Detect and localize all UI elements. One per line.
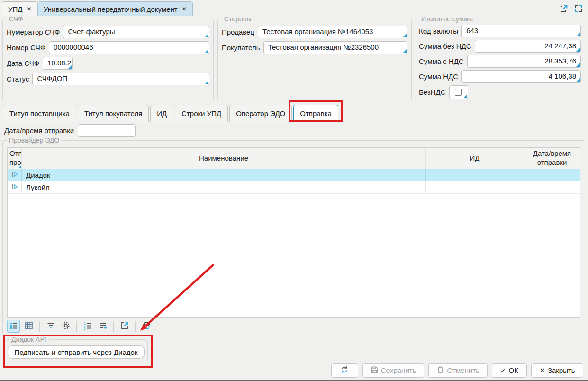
table-toolbar: 1 2 3 xyxy=(7,319,153,333)
close-icon: ✕ xyxy=(539,367,545,374)
toolbar-separator xyxy=(113,321,114,332)
toolbar-separator xyxy=(76,321,77,332)
sum-with-vat-field[interactable]: 28 353,76 xyxy=(467,55,581,68)
window-tab-label: Универсальный передаточный документ xyxy=(44,5,178,13)
field-label: БезНДС xyxy=(419,88,446,96)
list-view-button[interactable] xyxy=(7,320,20,333)
group-legend: Диадок API xyxy=(9,335,49,344)
group-legend: Итоговые суммы xyxy=(419,15,475,23)
add-row-button[interactable] xyxy=(96,320,109,333)
sum-no-vat-field[interactable]: 24 247,38 xyxy=(475,40,581,53)
toolbar-separator xyxy=(135,321,136,332)
field-label: Сумма НДС xyxy=(419,73,458,81)
ok-button[interactable]: ✓ ОК xyxy=(492,363,527,378)
list-view-icon xyxy=(9,321,18,332)
table-row-diadok[interactable]: Диадок xyxy=(8,169,580,181)
send-datetime-row: Дата/время отправки xyxy=(4,124,136,137)
field-label: Продавец xyxy=(222,28,254,36)
window-tab-label: УПД xyxy=(8,5,22,13)
close-icon[interactable]: ✕ xyxy=(182,6,187,12)
currency-code-field[interactable]: 643 xyxy=(461,25,581,37)
window-tabbar: УПД ✕ Универсальный передаточный докумен… xyxy=(0,0,588,16)
doc-tabbar: Титул поставщика Титул покупателя ИД Стр… xyxy=(3,105,338,122)
group-totals: Итоговые суммы Код валюты 643 Сумма без … xyxy=(415,19,585,100)
column-header-send-provider[interactable]: Отпр пров xyxy=(8,148,22,169)
status-field[interactable]: СЧФДОП xyxy=(32,73,209,85)
open-in-window-icon[interactable] xyxy=(559,3,569,14)
send-datetime-field[interactable] xyxy=(78,124,136,137)
tab-stroki-upd[interactable]: Строки УПД xyxy=(175,105,228,122)
resend-button[interactable] xyxy=(140,320,153,333)
save-button[interactable]: Сохранить xyxy=(362,363,425,378)
group-legend: Провайдер ЭДО xyxy=(7,136,62,145)
close-button[interactable]: ✕ Закрыть xyxy=(531,363,583,378)
app-window: УПД ✕ Универсальный передаточный докумен… xyxy=(0,0,588,381)
buyer-field[interactable]: Тестовая организация №2326500 xyxy=(263,41,407,54)
grid-view-button[interactable] xyxy=(22,320,35,333)
field-label: Код валюты xyxy=(419,27,458,35)
numbered-list-button[interactable]: 1 2 3 xyxy=(81,320,94,333)
refresh-button[interactable] xyxy=(331,363,358,378)
field-label: Дата/время отправки xyxy=(4,127,74,135)
field-label: Покупатель xyxy=(222,44,260,52)
tab-id[interactable]: ИД xyxy=(150,105,173,122)
field-label: Нумератор СЧФ xyxy=(7,28,60,36)
numerator-schf-field[interactable]: Счет-фактуры xyxy=(63,26,209,38)
group-legend: СЧФ xyxy=(7,15,26,23)
gear-icon xyxy=(61,321,71,332)
checkbox-icon xyxy=(455,89,462,96)
add-row-icon xyxy=(98,321,108,332)
column-header-name[interactable]: Наименование xyxy=(22,148,426,169)
tab-titul-pokupatelya[interactable]: Титул покупателя xyxy=(78,105,149,122)
field-label: Номер СЧФ xyxy=(7,44,45,52)
svg-text:3: 3 xyxy=(84,327,86,330)
settings-button[interactable] xyxy=(59,320,72,333)
resend-icon xyxy=(141,320,152,332)
cancel-button[interactable]: Отменить xyxy=(428,363,488,378)
filter-button[interactable] xyxy=(44,320,57,333)
no-vat-checkbox[interactable] xyxy=(449,85,468,99)
fullscreen-icon[interactable] xyxy=(573,3,584,14)
cell-datetime xyxy=(524,169,580,181)
grid-view-icon xyxy=(24,321,34,332)
tab-titul-postavshika[interactable]: Титул поставщика xyxy=(3,105,76,122)
provider-table: Отпр пров Наименование ИД Дата/время отп… xyxy=(7,147,580,318)
cell-name: Лукойл xyxy=(22,181,426,193)
tab-otpravka[interactable]: Отправка xyxy=(293,105,338,122)
tab-operator-edo[interactable]: Оператор ЭДО xyxy=(229,105,292,122)
cell-id xyxy=(426,181,524,193)
group-schf: СЧФ Нумератор СЧФ Счет-фактуры Номер СЧФ… xyxy=(2,19,214,100)
sign-and-send-diadoc-button[interactable]: Подписать и отправить через Диадок xyxy=(8,345,145,359)
open-external-icon xyxy=(120,321,129,332)
window-tab-document[interactable]: Универсальный передаточный документ ✕ xyxy=(37,1,193,16)
trash-icon xyxy=(436,366,444,375)
save-icon xyxy=(371,366,379,375)
group-legend: Стороны xyxy=(222,15,254,23)
close-icon[interactable]: ✕ xyxy=(27,6,31,12)
toolbar-separator xyxy=(39,321,40,332)
numbered-list-icon: 1 2 3 xyxy=(83,321,92,332)
number-schf-field[interactable]: 0000000046 xyxy=(49,41,209,54)
refresh-icon xyxy=(340,365,349,375)
sum-vat-field[interactable]: 4 106,38 xyxy=(461,70,581,83)
footer-bar: Сохранить Отменить ✓ ОК ✕ Закрыть xyxy=(0,361,588,380)
step-forward-icon xyxy=(11,183,18,191)
open-external-button[interactable] xyxy=(118,320,131,333)
cell-datetime xyxy=(524,181,580,193)
table-row-lukoil[interactable]: Лукойл xyxy=(8,181,580,194)
group-provider-edo: Провайдер ЭДО Отпр пров Наименование ИД … xyxy=(2,140,585,335)
table-header: Отпр пров Наименование ИД Дата/время отп… xyxy=(8,148,580,169)
field-label: Статус xyxy=(7,75,29,83)
filter-icon xyxy=(46,321,55,332)
seller-field[interactable]: Тестовая организация №1464053 xyxy=(258,26,407,38)
column-header-id[interactable]: ИД xyxy=(426,148,524,169)
step-forward-icon xyxy=(11,171,18,179)
cell-name: Диадок xyxy=(22,169,426,181)
cell-id xyxy=(426,169,524,181)
window-tab-upd[interactable]: УПД ✕ xyxy=(2,1,38,16)
column-header-datetime[interactable]: Дата/время отправки xyxy=(524,148,580,169)
field-label: Сумма без НДС xyxy=(419,42,471,50)
field-label: Дата СЧФ xyxy=(7,59,39,67)
date-schf-field[interactable]: 10.08.21 xyxy=(43,57,73,70)
check-icon: ✓ xyxy=(500,367,507,374)
